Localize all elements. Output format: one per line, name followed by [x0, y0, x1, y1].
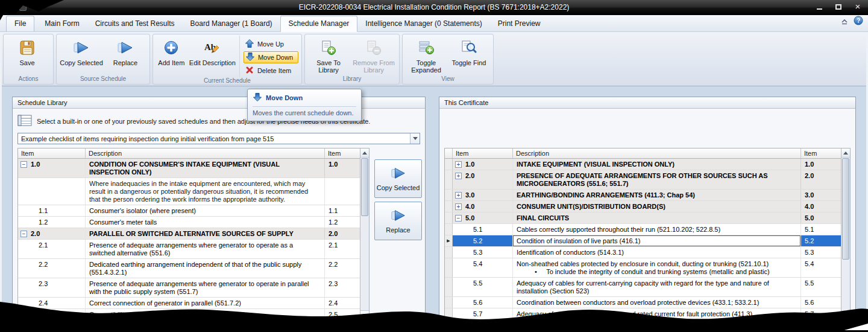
certificate-row[interactable]: 5.5Adequacy of cables for current-carryi… [445, 278, 841, 297]
item-number-cell-right: 2.0 [801, 170, 841, 189]
add-item-label: Add Item [158, 59, 184, 66]
ribbon-group-view: Toggle Expanded Toggle Find View [402, 34, 494, 85]
save-button-label: Save [19, 59, 34, 66]
scroll-up-button[interactable] [360, 148, 369, 158]
minimize-icon [817, 8, 822, 10]
certificate-row[interactable]: +2.0PRESENCE OF ADEQUATE ARRANGEMENTS FO… [445, 170, 841, 190]
description-text: Presence of adequate arrangements where … [89, 241, 321, 257]
item-number-cell: +3.0 [453, 190, 513, 200]
item-number-cell-right: 1.2 [325, 217, 360, 228]
item-number: 5.1 [473, 226, 482, 234]
scrollbar-track[interactable] [841, 158, 850, 311]
collapse-icon[interactable]: − [20, 231, 27, 237]
description-text: Adequacy of cables for current-carrying … [517, 279, 797, 295]
description-cell: Cables correctly supported throughout th… [513, 224, 801, 235]
schedule-library-row[interactable]: 1.2Consumer's meter tails1.2 [18, 217, 360, 228]
maximize-button[interactable] [834, 2, 843, 11]
collapse-icon[interactable]: − [20, 161, 27, 168]
schedule-list-icon [17, 115, 32, 127]
description-cell: Consumer's isolator (where present) [86, 205, 325, 216]
edit-description-button[interactable]: Ab Edit Description [188, 36, 237, 77]
svg-text:?: ? [857, 18, 860, 24]
schedule-library-row[interactable]: 2.2Dedicated earthing arrangement indepe… [18, 259, 360, 278]
minimize-button[interactable] [815, 2, 823, 11]
item-number-cell: 5.5 [453, 278, 513, 296]
remove-from-library-icon [366, 39, 382, 57]
copy-selected-button[interactable]: Copy Selected [58, 36, 104, 75]
schedule-library-row[interactable]: −2.0PARALLEL OR SWITCHED ALTERNATIVE SOU… [18, 228, 360, 240]
expand-icon[interactable]: + [455, 203, 462, 210]
certificate-row[interactable]: ▶5.2Condition of insulation of live part… [445, 235, 841, 247]
tab-print-preview[interactable]: Print Preview [490, 16, 549, 31]
vertical-scrollbar[interactable] [841, 148, 850, 321]
copy-selected-label: Copy Selected [60, 59, 103, 66]
torn-edge-bottom [0, 301, 868, 332]
item-number-cell: −2.0 [18, 228, 86, 239]
schedule-library-row[interactable]: 2.3Presence of adequate arrangements whe… [18, 278, 360, 298]
ribbon-group-current-schedule: Add Item Ab Edit Description Move Up [153, 34, 302, 85]
tooltip-title: Move Down [266, 94, 303, 101]
column-header-item[interactable]: Item [18, 148, 86, 158]
schedule-library-row[interactable]: −1.0CONDITION OF CONSUMER'S INTAKE EQUIP… [18, 159, 360, 178]
collapse-icon[interactable]: − [455, 215, 462, 222]
column-header-item[interactable]: Item [453, 148, 513, 158]
close-button[interactable]: × [854, 2, 862, 11]
schedule-library-grid: Item Description Item −1.0CONDITION OF C… [17, 148, 370, 320]
scroll-up-button[interactable] [841, 148, 850, 158]
vertical-scrollbar[interactable] [360, 148, 369, 319]
copy-selected-transfer-icon [391, 166, 406, 182]
schedule-select-dropdown-icon[interactable] [410, 133, 420, 144]
replace-button[interactable]: Replace [104, 36, 146, 75]
scrollbar-thumb[interactable] [361, 158, 368, 216]
title-bar: ▾ EICR-202208-0034 Electrical Installati… [0, 0, 868, 15]
expand-icon[interactable]: + [455, 173, 462, 179]
collapse-ribbon-icon[interactable] [840, 16, 849, 27]
item-number-cell: 2.1 [18, 240, 86, 258]
item-number-cell: 1.1 [18, 205, 86, 216]
copy-selected-transfer-button[interactable]: Copy Selected [374, 159, 422, 198]
schedule-select[interactable]: Example checklist of items requiring ins… [17, 133, 420, 144]
move-down-button[interactable]: Move Down [244, 51, 298, 63]
expand-icon[interactable]: + [455, 192, 462, 199]
item-number: 5.2 [473, 237, 482, 245]
save-to-library-button[interactable]: Save To Library [307, 36, 350, 75]
move-up-button[interactable]: Move Up [244, 38, 298, 50]
description-text: FINAL CIRCUITS [517, 214, 797, 222]
toggle-expanded-button[interactable]: Toggle Expanded [404, 36, 448, 75]
certificate-row[interactable]: 5.4Non-sheathed cables protected by encl… [445, 258, 841, 278]
column-header-item-right[interactable]: Item [801, 148, 841, 158]
item-number-cell-right: 2.1 [325, 240, 360, 258]
certificate-row[interactable]: −5.0FINAL CIRCUITS5.0 [445, 212, 841, 224]
schedule-library-row[interactable]: 2.1Presence of adequate arrangements whe… [18, 240, 360, 259]
tab-schedule-manager[interactable]: Schedule Manager [280, 16, 358, 32]
description-cell: Consumer's meter tails [86, 217, 325, 228]
schedule-library-row[interactable]: Where inadequacies in the intake equipme… [18, 178, 360, 205]
certificate-row[interactable]: +3.0EARTHING/BONDING ARRANGEMENTS (411.3… [445, 190, 841, 201]
tab-board-manager[interactable]: Board Manager (1 Board) [183, 16, 280, 31]
copy-selected-icon [74, 39, 89, 57]
remove-from-library-button[interactable]: Remove From Library [350, 36, 397, 75]
column-header-description[interactable]: Description [513, 148, 801, 158]
column-header-description[interactable]: Description [86, 148, 325, 158]
schedule-library-row[interactable]: 1.1Consumer's isolator (where present)1.… [18, 205, 360, 217]
tab-intelligence-manager[interactable]: Intelligence Manager (0 Statements) [357, 16, 489, 31]
scrollbar-track[interactable] [360, 158, 369, 310]
column-header-item-right[interactable]: Item [325, 148, 360, 158]
help-icon[interactable]: ? [854, 16, 863, 28]
item-number: 5.3 [473, 249, 482, 257]
certificate-row[interactable]: 5.1Cables correctly supported throughout… [445, 224, 841, 235]
save-button[interactable]: Save [5, 36, 49, 75]
replace-transfer-button[interactable]: Replace [374, 202, 422, 240]
description-text: PRESENCE OF ADEQUATE ARRANGEMENTS FOR OT… [517, 172, 797, 188]
certificate-row[interactable]: +1.0INTAKE EQUIPMENT (VISUAL INSPECTION … [445, 159, 841, 170]
delete-item-button[interactable]: Delete Item [244, 65, 298, 77]
expand-icon[interactable]: + [455, 161, 462, 168]
certificate-row[interactable]: 5.3Identification of conductors (514.3.1… [445, 247, 841, 258]
toggle-find-button[interactable]: Toggle Find [448, 36, 490, 75]
add-item-button[interactable]: Add Item [155, 36, 188, 77]
certificate-row[interactable]: +4.0CONSUMER UNIT(S)/DISTRIBUTION BOARD(… [445, 201, 841, 212]
description-cell: Presence of adequate arrangements where … [86, 278, 325, 297]
scrollbar-thumb[interactable] [842, 158, 849, 260]
tab-circuits-and-test-results[interactable]: Circuits and Test Results [87, 16, 183, 31]
group-label-current-schedule: Current Schedule [153, 77, 301, 85]
